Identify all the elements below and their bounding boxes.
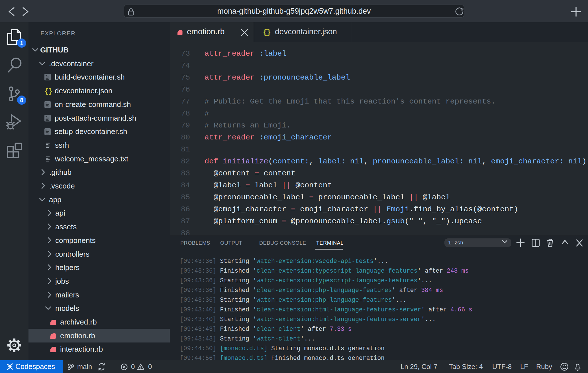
svg-text:{}: {} [263,29,270,37]
svg-text:{}: {} [44,88,52,95]
